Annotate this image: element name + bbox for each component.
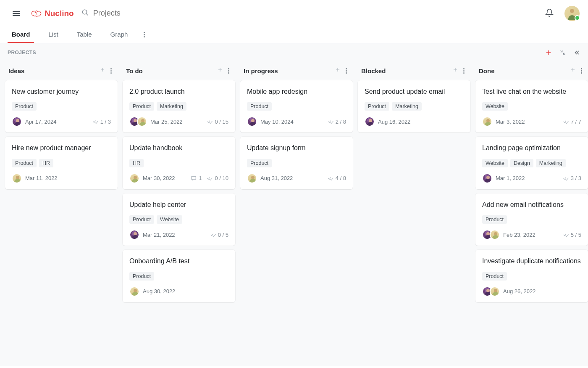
plus-icon: [217, 67, 223, 73]
card-date: Aug 30, 2022: [143, 288, 175, 294]
plus-icon: [452, 67, 458, 73]
card-date: May 10, 2024: [260, 119, 294, 125]
column-more-button[interactable]: [226, 66, 232, 75]
card-tag: Product: [247, 102, 272, 111]
card-footer-left: Feb 23, 2022: [482, 230, 536, 240]
board-sub-header: PROJECTS: [0, 43, 588, 60]
profile-avatar[interactable]: [564, 6, 580, 21]
checklist-icon: [210, 232, 216, 238]
card-tag: HR: [129, 159, 144, 167]
card-tag: Product: [482, 272, 507, 281]
search-input[interactable]: [93, 9, 177, 18]
board-card[interactable]: Landing page optimizationWebsiteDesignMa…: [475, 137, 588, 189]
board-actions: [545, 49, 580, 56]
column-more-button[interactable]: [578, 66, 585, 75]
column-add-button[interactable]: [97, 65, 108, 76]
tag-row: Website: [482, 102, 581, 111]
column-add-button[interactable]: [450, 65, 461, 76]
board-card[interactable]: Test live chat on the websiteWebsiteMar …: [475, 80, 588, 132]
card-footer-left: Mar 25, 2022: [129, 116, 183, 127]
column-header: To do: [123, 63, 235, 80]
card-title: Update help center: [129, 200, 228, 209]
tab-graph[interactable]: Graph: [106, 26, 132, 43]
assignee-avatar: [12, 116, 22, 127]
assignee-list: [247, 116, 257, 127]
card-footer: Mar 25, 20220 / 15: [129, 116, 228, 127]
collapse-button[interactable]: [559, 49, 566, 56]
card-footer-left: Apr 17, 2024: [12, 116, 56, 127]
column-add-button[interactable]: [332, 65, 343, 76]
checklist-count: 2 / 8: [328, 119, 346, 125]
tabs-more-button[interactable]: [142, 30, 147, 39]
tab-list[interactable]: List: [44, 26, 62, 43]
assignee-avatar: [137, 116, 147, 127]
notifications-button[interactable]: [543, 6, 556, 21]
column-more-button[interactable]: [108, 66, 114, 75]
card-tag: HR: [39, 159, 53, 167]
column-header: Ideas: [5, 63, 118, 80]
assignee-list: [12, 116, 22, 127]
board-card[interactable]: Update signup formProductAug 31, 20224 /…: [240, 137, 353, 189]
column-add-button[interactable]: [567, 65, 578, 76]
tag-row: Product: [482, 215, 581, 224]
tab-table[interactable]: Table: [73, 26, 96, 43]
assignee-list: [129, 173, 139, 183]
tag-row: WebsiteDesignMarketing: [482, 159, 581, 167]
card-footer-left: Mar 3, 2022: [482, 116, 525, 127]
tag-row: Product: [482, 272, 581, 281]
board-card[interactable]: Update handbookHRMar 30, 202210 / 10: [123, 137, 235, 189]
column-more-button[interactable]: [343, 66, 349, 75]
assignee-avatar: [482, 116, 492, 127]
board-card[interactable]: Hire new product managerProductHRMar 11,…: [5, 137, 118, 189]
card-footer-left: Aug 31, 2022: [247, 173, 293, 183]
tab-board[interactable]: Board: [8, 26, 34, 43]
card-title: Send product update email: [365, 87, 464, 96]
assignee-list: [482, 116, 492, 127]
card-date: Aug 31, 2022: [260, 175, 293, 181]
tag-row: HR: [129, 159, 228, 167]
checklist-count: 1 / 3: [92, 119, 111, 125]
tag-row: Product: [129, 272, 228, 281]
card-date: Aug 26, 2022: [503, 288, 536, 294]
board-card[interactable]: New customer journeyProductApr 17, 20241…: [5, 80, 118, 132]
card-date: Mar 30, 2022: [143, 175, 175, 181]
search-area[interactable]: [81, 9, 535, 18]
board-card[interactable]: Mobile app redesignProductMay 10, 20242 …: [240, 80, 353, 132]
card-footer-left: Mar 21, 2022: [129, 230, 175, 240]
card-footer-left: Mar 1, 2022: [482, 173, 525, 183]
board-card[interactable]: Onboarding A/B testProductAug 30, 2022: [123, 250, 235, 302]
board-card[interactable]: Add new email notificationsProductFeb 23…: [475, 193, 588, 246]
card-footer-right: 10 / 10: [191, 175, 228, 181]
checklist-count: 4 / 8: [328, 175, 346, 181]
comment-icon: [191, 175, 197, 181]
column-in-progress: In progressMobile app redesignProductMay…: [240, 63, 353, 358]
add-item-button[interactable]: [545, 49, 552, 56]
board-card[interactable]: Update help centerProductWebsiteMar 21, …: [123, 193, 235, 246]
assignee-avatar: [490, 230, 500, 240]
card-footer-left: Aug 16, 2022: [365, 116, 410, 127]
card-title: 2.0 product launch: [129, 87, 228, 96]
tag-row: Product: [247, 159, 346, 167]
menu-button[interactable]: [10, 8, 23, 19]
section-title: PROJECTS: [8, 50, 36, 56]
board-card[interactable]: 2.0 product launchProductMarketingMar 25…: [123, 80, 235, 132]
column-title: Done: [479, 67, 567, 74]
board-card[interactable]: Send product update emailProductMarketin…: [358, 80, 470, 132]
board-card[interactable]: Investigate duplicate notificationsProdu…: [475, 250, 588, 302]
card-title: Investigate duplicate notifications: [482, 257, 581, 266]
app-logo[interactable]: Nuclino: [30, 9, 74, 18]
column-add-button[interactable]: [215, 65, 226, 76]
expand-panel-button[interactable]: [574, 49, 580, 56]
column-header: Blocked: [358, 63, 470, 80]
kanban-board: IdeasNew customer journeyProductApr 17, …: [0, 60, 588, 366]
assignee-avatar: [129, 173, 139, 183]
checklist-count: 0 / 5: [210, 232, 228, 238]
card-title: Mobile app redesign: [247, 87, 346, 96]
more-vertical-icon: [346, 68, 347, 74]
card-tag: Product: [12, 159, 37, 167]
card-tag: Website: [157, 215, 182, 224]
column-more-button[interactable]: [461, 66, 467, 75]
assignee-list: [129, 230, 139, 240]
card-tag: Website: [482, 102, 508, 111]
card-date: Apr 17, 2024: [25, 119, 56, 125]
